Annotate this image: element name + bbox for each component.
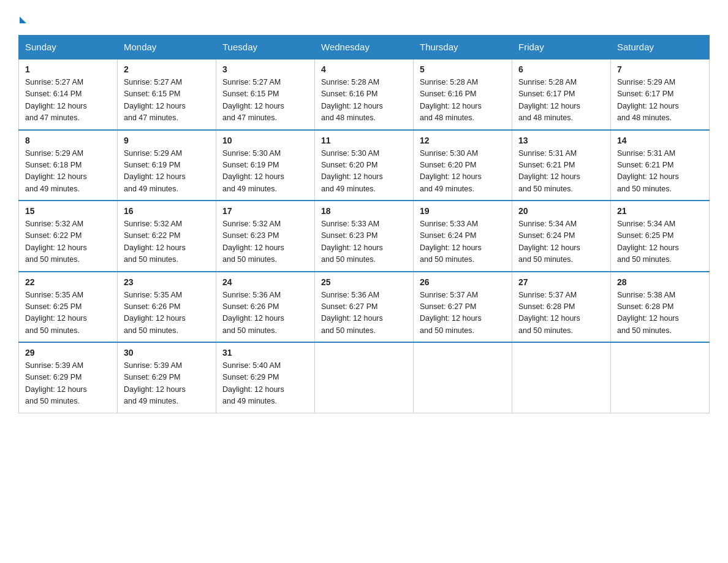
calendar-header-tuesday: Tuesday [216,36,315,59]
day-info: Sunrise: 5:27 AMSunset: 6:15 PMDaylight:… [222,77,308,124]
calendar-header-friday: Friday [512,36,611,59]
calendar-cell: 11 Sunrise: 5:30 AMSunset: 6:20 PMDaylig… [315,130,414,201]
calendar-cell: 22 Sunrise: 5:35 AMSunset: 6:25 PMDaylig… [19,272,118,343]
day-number: 23 [124,277,210,287]
day-number: 3 [222,64,308,74]
calendar-cell: 12 Sunrise: 5:30 AMSunset: 6:20 PMDaylig… [414,130,512,201]
day-info: Sunrise: 5:29 AMSunset: 6:18 PMDaylight:… [25,148,111,196]
calendar-cell: 27 Sunrise: 5:37 AMSunset: 6:28 PMDaylig… [512,272,611,343]
day-info: Sunrise: 5:27 AMSunset: 6:14 PMDaylight:… [25,77,111,124]
calendar-cell: 17 Sunrise: 5:32 AMSunset: 6:23 PMDaylig… [216,201,315,272]
page-header [18,12,710,25]
day-number: 17 [222,206,308,216]
day-info: Sunrise: 5:29 AMSunset: 6:17 PMDaylight:… [617,77,703,124]
day-number: 18 [321,206,407,216]
day-number: 14 [617,136,703,145]
day-number: 13 [518,136,604,145]
calendar-cell: 28 Sunrise: 5:38 AMSunset: 6:28 PMDaylig… [611,272,710,343]
day-info: Sunrise: 5:28 AMSunset: 6:16 PMDaylight:… [321,77,407,124]
day-info: Sunrise: 5:36 AMSunset: 6:27 PMDaylight:… [321,289,407,337]
calendar-header-thursday: Thursday [414,36,512,59]
day-number: 5 [420,64,506,74]
day-info: Sunrise: 5:39 AMSunset: 6:29 PMDaylight:… [25,360,111,408]
calendar-cell: 4 Sunrise: 5:28 AMSunset: 6:16 PMDayligh… [315,59,414,130]
day-info: Sunrise: 5:39 AMSunset: 6:29 PMDaylight:… [124,360,210,408]
calendar-cell [512,342,611,413]
calendar-cell: 29 Sunrise: 5:39 AMSunset: 6:29 PMDaylig… [19,342,118,413]
calendar-header-row: SundayMondayTuesdayWednesdayThursdayFrid… [19,36,710,59]
calendar-header-saturday: Saturday [611,36,710,59]
day-info: Sunrise: 5:32 AMSunset: 6:22 PMDaylight:… [124,218,210,266]
day-number: 10 [222,136,308,145]
day-info: Sunrise: 5:34 AMSunset: 6:25 PMDaylight:… [617,218,703,266]
day-number: 22 [25,277,111,287]
day-number: 12 [420,136,506,145]
day-number: 25 [321,277,407,287]
day-info: Sunrise: 5:31 AMSunset: 6:21 PMDaylight:… [617,148,703,196]
day-number: 15 [25,206,111,216]
calendar-cell: 2 Sunrise: 5:27 AMSunset: 6:15 PMDayligh… [118,59,216,130]
calendar-cell [414,342,512,413]
logo-triangle-icon [20,17,26,23]
calendar-cell: 23 Sunrise: 5:35 AMSunset: 6:26 PMDaylig… [118,272,216,343]
calendar-cell [315,342,414,413]
calendar-header-wednesday: Wednesday [315,36,414,59]
calendar-cell: 21 Sunrise: 5:34 AMSunset: 6:25 PMDaylig… [611,201,710,272]
day-number: 16 [124,206,210,216]
day-info: Sunrise: 5:32 AMSunset: 6:22 PMDaylight:… [25,218,111,266]
day-info: Sunrise: 5:33 AMSunset: 6:24 PMDaylight:… [420,218,506,266]
calendar-cell: 13 Sunrise: 5:31 AMSunset: 6:21 PMDaylig… [512,130,611,201]
day-info: Sunrise: 5:33 AMSunset: 6:23 PMDaylight:… [321,218,407,266]
calendar-cell: 20 Sunrise: 5:34 AMSunset: 6:24 PMDaylig… [512,201,611,272]
day-number: 26 [420,277,506,287]
day-number: 6 [518,64,604,74]
day-number: 4 [321,64,407,74]
calendar-cell: 5 Sunrise: 5:28 AMSunset: 6:16 PMDayligh… [414,59,512,130]
day-info: Sunrise: 5:35 AMSunset: 6:26 PMDaylight:… [124,289,210,337]
day-info: Sunrise: 5:31 AMSunset: 6:21 PMDaylight:… [518,148,604,196]
day-info: Sunrise: 5:34 AMSunset: 6:24 PMDaylight:… [518,218,604,266]
calendar-cell: 31 Sunrise: 5:40 AMSunset: 6:29 PMDaylig… [216,342,315,413]
calendar-cell: 19 Sunrise: 5:33 AMSunset: 6:24 PMDaylig… [414,201,512,272]
day-info: Sunrise: 5:35 AMSunset: 6:25 PMDaylight:… [25,289,111,337]
calendar-cell: 15 Sunrise: 5:32 AMSunset: 6:22 PMDaylig… [19,201,118,272]
calendar-cell: 18 Sunrise: 5:33 AMSunset: 6:23 PMDaylig… [315,201,414,272]
day-info: Sunrise: 5:36 AMSunset: 6:26 PMDaylight:… [222,289,308,337]
day-number: 2 [124,64,210,74]
day-info: Sunrise: 5:38 AMSunset: 6:28 PMDaylight:… [617,289,703,337]
logo [18,18,26,25]
day-number: 9 [124,136,210,145]
calendar-cell: 10 Sunrise: 5:30 AMSunset: 6:19 PMDaylig… [216,130,315,201]
calendar-week-4: 22 Sunrise: 5:35 AMSunset: 6:25 PMDaylig… [19,272,710,343]
day-number: 1 [25,64,111,74]
calendar-cell: 7 Sunrise: 5:29 AMSunset: 6:17 PMDayligh… [611,59,710,130]
day-number: 31 [222,348,308,358]
day-number: 29 [25,348,111,358]
calendar-header-monday: Monday [118,36,216,59]
day-number: 19 [420,206,506,216]
calendar-table: SundayMondayTuesdayWednesdayThursdayFrid… [18,35,710,413]
day-info: Sunrise: 5:37 AMSunset: 6:27 PMDaylight:… [420,289,506,337]
calendar-cell: 16 Sunrise: 5:32 AMSunset: 6:22 PMDaylig… [118,201,216,272]
calendar-header-sunday: Sunday [19,36,118,59]
day-info: Sunrise: 5:30 AMSunset: 6:20 PMDaylight:… [420,148,506,196]
calendar-cell: 9 Sunrise: 5:29 AMSunset: 6:19 PMDayligh… [118,130,216,201]
calendar-cell: 3 Sunrise: 5:27 AMSunset: 6:15 PMDayligh… [216,59,315,130]
day-info: Sunrise: 5:37 AMSunset: 6:28 PMDaylight:… [518,289,604,337]
day-number: 24 [222,277,308,287]
calendar-cell: 14 Sunrise: 5:31 AMSunset: 6:21 PMDaylig… [611,130,710,201]
day-info: Sunrise: 5:30 AMSunset: 6:19 PMDaylight:… [222,148,308,196]
calendar-week-3: 15 Sunrise: 5:32 AMSunset: 6:22 PMDaylig… [19,201,710,272]
day-info: Sunrise: 5:40 AMSunset: 6:29 PMDaylight:… [222,360,308,408]
day-info: Sunrise: 5:28 AMSunset: 6:16 PMDaylight:… [420,77,506,124]
calendar-week-5: 29 Sunrise: 5:39 AMSunset: 6:29 PMDaylig… [19,342,710,413]
day-number: 28 [617,277,703,287]
day-number: 20 [518,206,604,216]
day-number: 30 [124,348,210,358]
calendar-cell: 26 Sunrise: 5:37 AMSunset: 6:27 PMDaylig… [414,272,512,343]
calendar-cell: 8 Sunrise: 5:29 AMSunset: 6:18 PMDayligh… [19,130,118,201]
calendar-cell: 25 Sunrise: 5:36 AMSunset: 6:27 PMDaylig… [315,272,414,343]
day-info: Sunrise: 5:32 AMSunset: 6:23 PMDaylight:… [222,218,308,266]
day-info: Sunrise: 5:28 AMSunset: 6:17 PMDaylight:… [518,77,604,124]
day-number: 11 [321,136,407,145]
